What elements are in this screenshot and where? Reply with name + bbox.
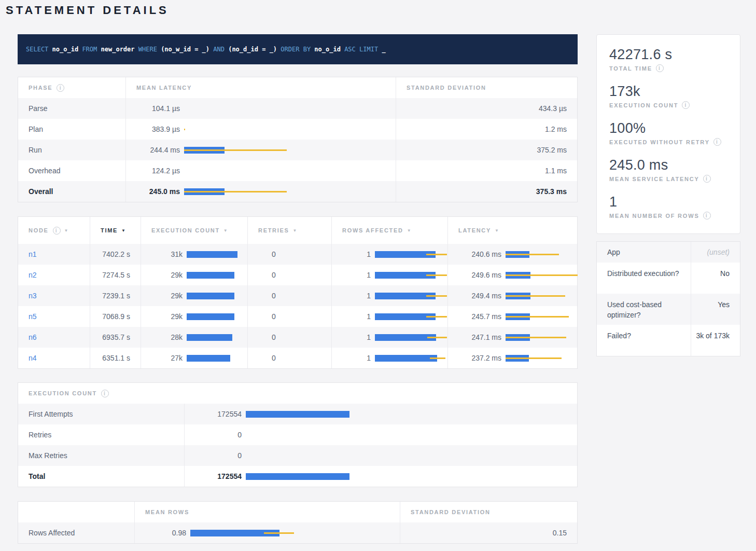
- time-value: 7274.5 s: [90, 265, 141, 285]
- attribute-row: Used cost-based optimizer? Yes: [597, 294, 740, 325]
- sql-token: (no_w_id = _): [161, 46, 209, 53]
- std-dev-column-header: STANDARD DEVIATION: [396, 77, 577, 98]
- stat-value: 42271.6 s: [609, 46, 727, 63]
- info-icon[interactable]: i: [53, 227, 61, 235]
- execution-count-value: 27k: [151, 354, 183, 362]
- sql-token: AND: [209, 46, 228, 53]
- table-row: Overall 245.0 ms 375.3 ms: [18, 181, 577, 202]
- attribute-row: Distributed execution? No: [597, 263, 740, 294]
- stat-label: EXECUTED WITHOUT RETRY: [609, 139, 710, 145]
- rows-affected-label: Rows Affected: [18, 522, 134, 543]
- phase-label: Run: [18, 140, 125, 160]
- count-bar: [246, 452, 577, 459]
- info-icon[interactable]: i: [101, 390, 109, 397]
- retries-value: 0: [247, 265, 331, 285]
- node-link[interactable]: n6: [29, 333, 37, 341]
- info-icon[interactable]: i: [656, 64, 664, 72]
- time-value: 7402.2 s: [90, 244, 141, 265]
- retries-value: 0: [247, 244, 331, 265]
- execution-count-bar: [187, 293, 247, 299]
- latency-bar: [506, 272, 577, 279]
- latency-value: 249.4 ms: [458, 292, 501, 300]
- rows-affected-value: 1: [342, 271, 371, 279]
- node-link[interactable]: n4: [29, 354, 37, 362]
- mean-rows-column-header: MEAN ROWS: [134, 502, 400, 522]
- mean-latency-value: 244.4 ms: [136, 146, 180, 154]
- sort-arrow-icon: ▼: [121, 228, 127, 233]
- info-icon[interactable]: i: [713, 138, 721, 146]
- table-row: n2 7274.5 s 29k 0 1 249.6 ms: [18, 265, 577, 285]
- latency-bar: [184, 188, 396, 195]
- sort-arrow-icon: ▼: [495, 228, 500, 233]
- sort-arrow-icon: ▼: [293, 228, 298, 233]
- table-row: Overhead 124.2 µs 1.1 ms: [18, 160, 577, 181]
- node-column-header[interactable]: NODEi▼: [18, 217, 90, 244]
- attribute-value: (unset): [691, 242, 740, 263]
- std-dev-header-label: STANDARD DEVIATION: [411, 509, 491, 515]
- attribute-label: App: [597, 242, 691, 263]
- latency-value: 247.1 ms: [458, 333, 501, 341]
- statement-sql: SELECT no_o_id FROM new_order WHERE (no_…: [18, 34, 578, 64]
- stat-value: 245.0 ms: [609, 157, 727, 173]
- latency-value: 237.2 ms: [458, 354, 501, 362]
- phase-label: Parse: [18, 98, 125, 119]
- attribute-value: No: [691, 263, 740, 294]
- execution-count-header-label: EXECUTION COUNT: [151, 227, 220, 233]
- stat-mean-service-latency: 245.0 ms MEAN SERVICE LATENCYi: [609, 157, 727, 183]
- std-dev-value: 434.3 µs: [396, 98, 577, 119]
- std-dev-value: 1.1 ms: [396, 160, 577, 181]
- time-column-header[interactable]: TIME▼: [90, 217, 141, 244]
- info-icon[interactable]: i: [703, 175, 711, 183]
- node-link[interactable]: n2: [29, 271, 37, 279]
- phase-label: Plan: [18, 119, 125, 140]
- main-content: SELECT no_o_id FROM new_order WHERE (no_…: [18, 34, 578, 544]
- table-row: n5 7068.9 s 29k 0 1 245.7 ms: [18, 306, 577, 327]
- sql-token: WHERE: [135, 46, 161, 53]
- std-dev-value: 0.15: [400, 522, 577, 543]
- latency-value: 249.6 ms: [458, 271, 501, 279]
- node-link[interactable]: n5: [29, 312, 37, 321]
- mean-latency-value: 124.2 µs: [136, 167, 180, 175]
- execution-count-value: 29k: [151, 271, 183, 279]
- stat-value: 100%: [609, 120, 727, 136]
- retries-value: 0: [247, 285, 331, 306]
- node-link[interactable]: n3: [29, 292, 37, 300]
- execution-count-bar: [187, 313, 247, 320]
- info-icon[interactable]: i: [682, 101, 690, 109]
- execution-count-column-header[interactable]: EXECUTION COUNT▼: [141, 217, 247, 244]
- exec-row-label: Retries: [18, 424, 184, 445]
- phase-label: Overall: [18, 181, 125, 202]
- summary-stats-card: 42271.6 s TOTAL TIMEi 173k EXECUTION COU…: [596, 34, 740, 234]
- info-icon[interactable]: i: [703, 212, 711, 219]
- stat-total-time: 42271.6 s TOTAL TIMEi: [609, 46, 727, 72]
- latency-column-header[interactable]: LATENCY▼: [447, 217, 577, 244]
- retries-column-header[interactable]: RETRIES▼: [247, 217, 331, 244]
- phase-header-label: PHASE: [29, 85, 52, 91]
- time-value: 6935.7 s: [90, 327, 141, 348]
- sort-arrow-icon: ▼: [64, 228, 69, 233]
- stat-label: MEAN SERVICE LATENCY: [609, 176, 699, 182]
- page-title: STATEMENT DETAILS: [6, 4, 169, 17]
- rows-affected-column-header[interactable]: ROWS AFFECTED▼: [331, 217, 447, 244]
- empty-header-cell: [18, 502, 134, 522]
- std-dev-value: 375.3 ms: [396, 181, 577, 202]
- execution-count-bar: [187, 251, 247, 258]
- std-dev-column-header: STANDARD DEVIATION: [400, 502, 577, 522]
- node-link[interactable]: n1: [29, 250, 37, 258]
- retries-value: 0: [247, 348, 331, 368]
- latency-bar: [506, 334, 577, 341]
- rows-affected-value: 1: [342, 250, 371, 258]
- attribute-value: Yes: [691, 294, 740, 325]
- mean-latency-column-header: MEAN LATENCY: [125, 77, 396, 98]
- exec-row-label: Total: [18, 466, 184, 487]
- phase-column-header: PHASEi: [18, 77, 125, 98]
- sort-arrow-icon: ▼: [223, 228, 229, 233]
- info-icon[interactable]: i: [57, 84, 64, 92]
- sql-token: ASC LIMIT: [341, 46, 382, 53]
- count-bar: [246, 432, 577, 438]
- sql-token: SELECT: [26, 46, 52, 53]
- phase-table: PHASEi MEAN LATENCY STANDARD DEVIATION P…: [18, 77, 578, 202]
- phase-label: Overhead: [18, 160, 125, 181]
- table-row: n4 6351.1 s 27k 0 1 237.2 ms: [18, 348, 577, 368]
- attribute-label: Failed?: [597, 325, 691, 356]
